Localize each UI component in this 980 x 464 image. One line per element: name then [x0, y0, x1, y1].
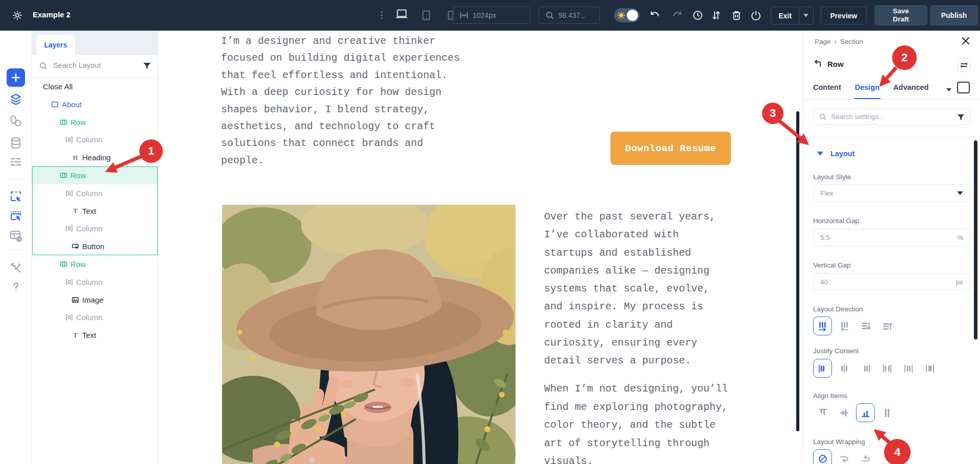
- layer-row-column[interactable]: Column: [32, 131, 158, 149]
- tab-design[interactable]: Design: [855, 79, 879, 100]
- wrap-none-button[interactable]: [813, 449, 832, 464]
- publish-button[interactable]: Publish: [930, 5, 978, 26]
- tabs-caret-icon[interactable]: [946, 86, 952, 92]
- layer-row-column[interactable]: Column: [32, 219, 158, 237]
- select-element-icon[interactable]: [9, 190, 22, 203]
- preview-button[interactable]: Preview: [821, 7, 867, 25]
- between-button[interactable]: [877, 359, 896, 378]
- horizontal-gap-input[interactable]: 5.5 %: [813, 229, 970, 246]
- save-draft-button[interactable]: Save Draft: [874, 5, 927, 26]
- layer-row-row[interactable]: Row: [32, 166, 158, 184]
- align-end-button[interactable]: [856, 403, 875, 422]
- structure-icon[interactable]: [9, 155, 22, 168]
- trash-icon[interactable]: [731, 10, 742, 21]
- power-icon[interactable]: [750, 10, 762, 21]
- row-button[interactable]: [813, 316, 832, 335]
- breakpoint-desktop-icon[interactable]: [394, 9, 409, 20]
- layer-row-column[interactable]: Column: [32, 184, 158, 202]
- layout-style-select[interactable]: Flex: [813, 184, 970, 202]
- wrap-button[interactable]: [835, 449, 853, 464]
- horizontal-gap-unit[interactable]: %: [957, 234, 963, 241]
- multi-select-icon[interactable]: [9, 209, 22, 222]
- row-reverse-button[interactable]: [835, 316, 853, 335]
- breadcrumb-page[interactable]: Page: [815, 38, 831, 45]
- global-blocks-icon[interactable]: [9, 229, 22, 242]
- close-all-button[interactable]: Close All: [32, 78, 158, 95]
- layer-row-text[interactable]: TText: [32, 326, 158, 344]
- undo-icon[interactable]: [649, 10, 660, 21]
- design-library-icon[interactable]: [9, 114, 22, 128]
- layer-row-button[interactable]: Button: [32, 237, 158, 255]
- canvas-width-control[interactable]: 1024px: [453, 7, 530, 24]
- center-button[interactable]: [835, 359, 853, 378]
- layer-row-column[interactable]: Column: [32, 308, 158, 326]
- dynamic-data-icon[interactable]: [9, 136, 22, 150]
- layer-row-heading[interactable]: HHeading: [32, 149, 158, 166]
- breakpoint-indicator-icon[interactable]: [957, 82, 970, 93]
- layer-row-image[interactable]: Image: [32, 291, 158, 309]
- portrait-photo[interactable]: [222, 205, 516, 464]
- help-icon[interactable]: [9, 280, 22, 294]
- end-button[interactable]: [856, 359, 875, 378]
- exit-caret-icon[interactable]: [799, 7, 813, 24]
- vertical-gap-unit[interactable]: px: [956, 278, 963, 286]
- tab-content[interactable]: Content: [813, 79, 841, 100]
- tab-layers[interactable]: Layers: [36, 35, 75, 55]
- search-icon: [819, 113, 827, 121]
- layer-row-row[interactable]: Row: [32, 255, 158, 273]
- back-arrow-icon[interactable]: [813, 59, 822, 68]
- row-layer-icon: [60, 118, 67, 126]
- layers-icon[interactable]: [9, 93, 22, 106]
- layer-row-row[interactable]: Row: [32, 113, 158, 131]
- element-structure-icon[interactable]: [957, 58, 971, 72]
- breadcrumb-section[interactable]: Section: [840, 38, 863, 45]
- canvas-scrollbar[interactable]: [796, 111, 799, 431]
- body-text-1[interactable]: Over the past several years, I’ve collab…: [544, 208, 716, 370]
- align-start-button[interactable]: [813, 403, 832, 422]
- filter-funnel-icon[interactable]: [143, 62, 151, 70]
- download-resume-button[interactable]: Download Resume: [610, 132, 731, 165]
- breakpoint-tablet-icon[interactable]: [421, 10, 432, 21]
- align-stretch-button[interactable]: [877, 403, 896, 422]
- start-button[interactable]: [813, 359, 832, 378]
- layer-row-text[interactable]: TText: [32, 202, 158, 220]
- zoom-control[interactable]: 98.437...: [538, 7, 600, 24]
- close-icon[interactable]: [961, 36, 971, 46]
- tab-advanced[interactable]: Advanced: [893, 79, 928, 100]
- align-center-button[interactable]: [835, 403, 853, 422]
- justify-content-group: [813, 359, 939, 378]
- column-button[interactable]: [856, 316, 875, 335]
- intro-text[interactable]: I’m a designer and creative thinker focu…: [221, 33, 460, 169]
- layer-row-about[interactable]: About: [32, 95, 158, 113]
- kebab-menu-icon[interactable]: [378, 10, 386, 21]
- layer-label: Column: [76, 224, 103, 233]
- tools-icon[interactable]: [9, 261, 22, 275]
- add-element-icon[interactable]: [7, 68, 25, 87]
- filter-funnel-icon[interactable]: [957, 113, 965, 121]
- settings-search-input[interactable]: Search settings...: [813, 108, 970, 125]
- evenly-button[interactable]: [920, 359, 939, 378]
- text-layer-icon: T: [71, 207, 79, 215]
- portrait-photo-illustration: [222, 205, 516, 464]
- sort-arrows-icon[interactable]: [710, 10, 722, 21]
- wrap-reverse-button[interactable]: [856, 449, 875, 464]
- layers-search-input[interactable]: Search Layout: [53, 61, 101, 69]
- exit-button[interactable]: Exit: [771, 7, 814, 25]
- history-clock-icon[interactable]: [692, 10, 703, 21]
- layer-label: Text: [82, 207, 96, 215]
- section-title: Layout: [830, 150, 855, 158]
- page-canvas[interactable]: I’m a designer and creative thinker focu…: [158, 31, 796, 464]
- layer-label: Row: [70, 118, 86, 127]
- settings-gear-icon[interactable]: [12, 10, 23, 21]
- around-button[interactable]: [899, 359, 918, 378]
- top-bar: Example 2 1024px 98.437...: [0, 0, 980, 31]
- dark-mode-toggle[interactable]: [614, 8, 640, 22]
- section-layer-icon: [51, 101, 59, 108]
- body-text-2[interactable]: When I’m not designing, you’ll find me e…: [544, 380, 728, 464]
- vertical-gap-input[interactable]: 40 px: [813, 273, 970, 290]
- column-reverse-button[interactable]: [877, 316, 896, 335]
- redo-icon[interactable]: [672, 10, 683, 21]
- inspector-scrollbar[interactable]: [974, 140, 977, 339]
- section-layout-header[interactable]: Layout: [817, 150, 855, 158]
- layer-row-column[interactable]: Column: [32, 273, 158, 291]
